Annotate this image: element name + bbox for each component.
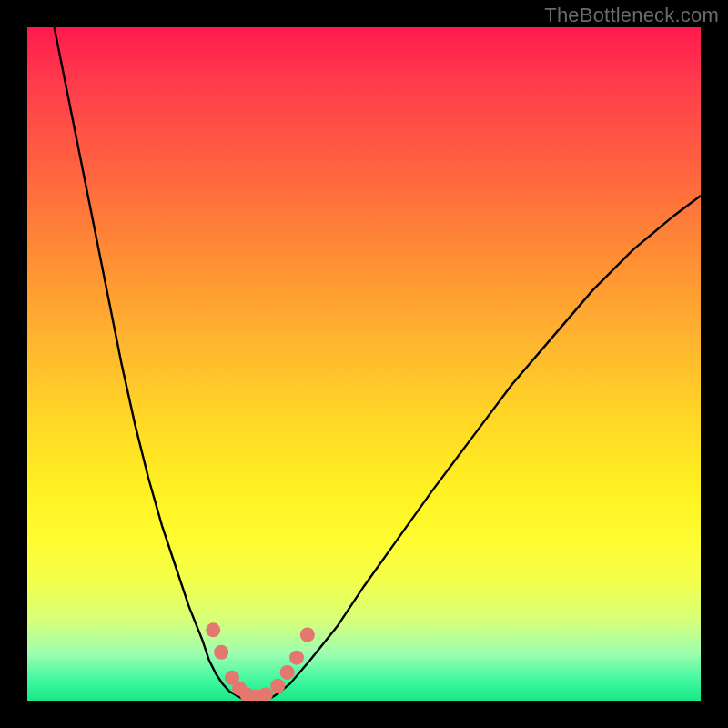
dot-right-upper [300, 627, 315, 642]
watermark-text: TheBottleneck.com [544, 4, 719, 27]
curve-left-branch [55, 27, 237, 695]
dot-right-low1 [270, 679, 285, 693]
dot-left-mid [214, 645, 228, 660]
curve-right-branch [277, 196, 701, 694]
dot-floor-3 [258, 687, 273, 701]
dot-left-upper [206, 622, 220, 637]
marker-group [206, 622, 315, 701]
dot-right-low2 [280, 665, 295, 680]
chart-svg [27, 27, 701, 701]
plot-area [27, 27, 701, 701]
dot-right-mid [289, 651, 304, 665]
outer-frame: TheBottleneck.com [0, 0, 728, 728]
